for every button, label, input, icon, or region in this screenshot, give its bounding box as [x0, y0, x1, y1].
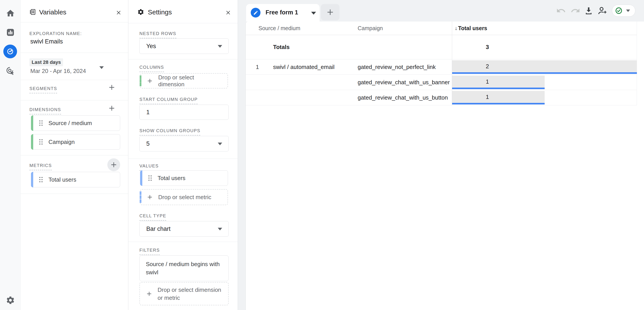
main-area: Free form 1 — [238, 0, 644, 310]
nested-rows-select[interactable]: Yes — [140, 38, 228, 54]
saved-status-button[interactable] — [612, 5, 635, 17]
dimensions-label: DIMENSIONS — [30, 107, 61, 114]
cell-type-select[interactable]: Bar chart — [140, 221, 228, 237]
variables-title: Variables — [39, 9, 66, 16]
bar-value: 2 — [452, 63, 489, 70]
cell-campaign[interactable]: gated_review_chat_with_us_banner — [358, 75, 452, 90]
totals-label: Totals — [269, 35, 358, 59]
add-dimension-button[interactable] — [107, 104, 116, 113]
cell-total-users[interactable]: 1 — [452, 90, 637, 105]
undo-icon — [556, 6, 566, 16]
table-row: gated_review_chat_with_us_button 1 — [246, 90, 637, 105]
plus-icon — [146, 77, 153, 84]
segments-label: SEGMENTS — [30, 86, 57, 93]
chevron-down-icon — [626, 10, 630, 12]
filter-chip-source-medium[interactable]: Source / medium begins with swivl — [140, 255, 228, 281]
plus-icon — [108, 104, 116, 112]
reports-icon — [6, 28, 15, 37]
plus-icon — [146, 290, 153, 297]
start-column-group-input[interactable]: 1 — [140, 105, 228, 120]
home-icon — [6, 9, 15, 18]
chevron-down-icon — [99, 66, 104, 69]
cell-campaign[interactable]: gated_review_not_perfect_link — [358, 59, 452, 75]
cell-source-medium[interactable] — [269, 75, 358, 90]
header-campaign[interactable]: Campaign — [358, 22, 452, 35]
dropzone-label: Drop or select dimension — [158, 74, 222, 88]
divider — [20, 80, 128, 80]
show-column-groups-label: SHOW COLUMN GROUPS — [140, 128, 200, 135]
cell-total-users[interactable]: 2 — [452, 59, 637, 75]
chip-label: Campaign — [48, 138, 75, 145]
tab-free-form-1[interactable]: Free form 1 — [246, 4, 320, 22]
chevron-down-icon — [218, 45, 222, 48]
cell-type-label: CELL TYPE — [140, 213, 166, 221]
cell-type-value: Bar chart — [146, 226, 171, 232]
columns-label: COLUMNS — [140, 65, 164, 72]
values-dropzone[interactable]: Drop or select metric — [140, 189, 228, 205]
divider — [128, 23, 238, 23]
values-label: VALUES — [140, 164, 159, 171]
add-segment-button[interactable] — [107, 83, 116, 92]
header-total-users[interactable]: ↓ Total users — [452, 22, 637, 35]
advertising-icon — [6, 66, 15, 76]
cell-campaign[interactable]: gated_review_chat_with_us_button — [358, 90, 452, 105]
filters-dropzone[interactable]: Drop or select dimension or metric — [140, 282, 228, 305]
download-button[interactable] — [583, 5, 594, 16]
show-column-groups-value: 5 — [146, 140, 150, 147]
bar-chart-cell[interactable]: 1 — [452, 91, 545, 104]
add-tab-button[interactable] — [321, 4, 340, 20]
free-form-table: Source / medium Campaign ↓ Total users T… — [246, 22, 637, 105]
share-button[interactable] — [597, 5, 608, 16]
bar-value: 1 — [452, 94, 489, 100]
redo-button[interactable] — [570, 5, 581, 16]
start-column-group-value: 1 — [146, 109, 150, 116]
values-chip-total-users[interactable]: Total users — [140, 170, 228, 186]
totals-row: Totals 3 — [246, 35, 637, 59]
settings-close-button[interactable] — [224, 9, 232, 17]
dimension-chip-campaign[interactable]: Campaign — [31, 134, 120, 150]
nested-rows-value: Yes — [146, 43, 156, 50]
totals-value[interactable]: 3 — [452, 35, 637, 59]
ga4-explorations-app: Variables EXPLORATION NAME: swivl Emails… — [0, 0, 644, 310]
tab-label: Free form 1 — [266, 4, 298, 22]
nav-home[interactable] — [5, 8, 16, 19]
show-column-groups-select[interactable]: 5 — [140, 136, 228, 151]
close-icon — [225, 9, 232, 16]
add-metric-button[interactable] — [107, 158, 120, 171]
nav-admin[interactable] — [5, 295, 16, 305]
divider — [128, 242, 238, 242]
date-preset-badge: Last 28 days — [30, 58, 63, 66]
left-nav-rail — [0, 0, 20, 310]
nav-explore[interactable] — [3, 45, 17, 58]
plus-icon — [326, 8, 335, 17]
exploration-name-value[interactable]: swivl Emails — [30, 38, 63, 45]
undo-button[interactable] — [556, 5, 566, 16]
dimension-chip-source-medium[interactable]: Source / medium — [31, 115, 120, 131]
cell-source-medium[interactable]: swivl / automated_email — [269, 59, 358, 75]
variables-icon — [29, 9, 36, 16]
variables-close-button[interactable] — [115, 9, 122, 17]
cell-source-medium[interactable] — [269, 90, 358, 105]
drag-handle-icon — [39, 177, 43, 183]
plus-icon — [108, 83, 116, 92]
nav-advertising[interactable] — [5, 66, 16, 76]
variables-panel: Variables EXPLORATION NAME: swivl Emails… — [20, 0, 128, 310]
header-source-medium[interactable]: Source / medium — [246, 22, 358, 35]
dropzone-label: Drop or select dimension or metric — [158, 286, 222, 302]
nav-reports[interactable] — [5, 27, 16, 38]
chevron-down-icon — [218, 228, 222, 230]
bar-chart-cell[interactable]: 1 — [452, 76, 545, 89]
row-index — [246, 75, 269, 90]
table-row: 1 swivl / automated_email gated_review_n… — [246, 59, 637, 75]
bar-chart-cell[interactable]: 2 — [452, 60, 637, 74]
divider — [20, 155, 128, 156]
cell-total-users[interactable]: 1 — [452, 75, 637, 90]
date-range-selector[interactable]: Last 28 days Mar 20 - Apr 16, 2024 — [20, 53, 128, 80]
exploration-name-label: EXPLORATION NAME: — [30, 31, 82, 36]
metric-chip-total-users[interactable]: Total users — [31, 172, 120, 187]
chevron-down-icon[interactable] — [311, 12, 316, 15]
sort-descending-icon: ↓ — [455, 25, 458, 31]
redo-icon — [570, 6, 580, 16]
columns-dropzone[interactable]: Drop or select dimension — [140, 73, 228, 88]
row-index — [246, 90, 269, 105]
